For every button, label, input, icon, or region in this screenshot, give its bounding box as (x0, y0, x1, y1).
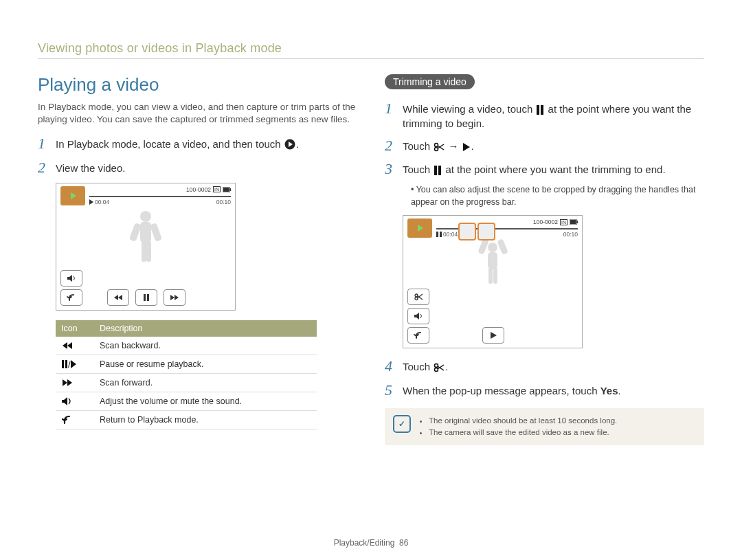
trim-screenshot: 100-0002 IN 00:04 00:10 (403, 215, 583, 348)
play-circle-icon (284, 139, 295, 150)
svg-point-42 (488, 243, 497, 252)
svg-rect-15 (144, 294, 146, 301)
text-fragment: . (618, 385, 621, 396)
svg-marker-18 (175, 295, 179, 300)
battery-icon (223, 187, 231, 192)
svg-marker-53 (491, 332, 497, 339)
footer-section: Playback/Editing (334, 538, 395, 548)
left-column: Playing a video In Playback mode, you ca… (38, 74, 357, 445)
video-thumbnail-icon (60, 186, 85, 205)
rewind-button[interactable] (107, 289, 129, 306)
svg-marker-24 (71, 360, 76, 368)
note-badge-icon: ✓ (393, 415, 411, 433)
file-number: 100-0002 (186, 186, 211, 193)
silhouette-graphic (56, 207, 235, 269)
trimming-heading-pill: Trimming a video (385, 74, 475, 89)
text-fragment: at the point where you want the trimming… (445, 164, 665, 175)
svg-rect-35 (434, 166, 437, 175)
step-4: 4 Touch . (385, 358, 704, 374)
step-text: Touch at the point where you want the tr… (403, 161, 666, 177)
step-number: 4 (385, 358, 403, 374)
battery-icon (570, 219, 578, 225)
step-number: 1 (385, 100, 403, 117)
forward-icon (61, 378, 89, 388)
note-box: ✓ The original video should be at least … (385, 408, 704, 446)
memory-badge: IN (560, 219, 567, 225)
timeline[interactable]: 100-0002 IN 00:04 00:10 (89, 186, 231, 205)
rewind-icon (61, 341, 89, 350)
back-button[interactable] (407, 327, 429, 344)
step-number: 3 (385, 161, 403, 177)
svg-rect-40 (436, 232, 438, 237)
pause-icon (434, 166, 442, 175)
video-thumbnail-icon (407, 219, 432, 238)
table-row: Scan backward. (56, 337, 317, 355)
table-row: Scan forward. (56, 373, 317, 392)
svg-rect-47 (493, 267, 497, 284)
step-2: 2 Touch → . (385, 137, 704, 154)
timeline[interactable]: 100-0002 IN 00:04 00:10 (436, 219, 578, 238)
svg-marker-34 (463, 143, 470, 151)
svg-marker-20 (67, 342, 72, 349)
text-fragment: While viewing a video, touch (403, 103, 535, 115)
text-fragment: . (471, 140, 474, 152)
text-fragment: Touch (403, 164, 433, 175)
svg-rect-46 (488, 267, 493, 284)
step-number: 5 (385, 382, 403, 399)
forward-button[interactable] (164, 289, 186, 306)
total-time: 00:10 (563, 231, 578, 238)
svg-rect-3 (223, 188, 229, 192)
svg-marker-13 (114, 295, 118, 300)
step-1: 1 In Playback mode, locate a video, and … (38, 135, 357, 152)
pause-tick-icon (436, 232, 442, 237)
svg-point-55 (435, 368, 438, 372)
svg-marker-25 (63, 379, 67, 386)
elapsed-time: 00:04 (95, 199, 109, 205)
volume-button[interactable] (407, 308, 429, 324)
memory-badge: IN (213, 186, 221, 192)
volume-button[interactable] (60, 270, 82, 287)
svg-point-30 (435, 144, 438, 147)
file-number: 100-0002 (533, 219, 558, 225)
svg-rect-16 (147, 294, 149, 301)
table-header-desc: Description (94, 320, 317, 337)
cell-text: Adjust the volume or mute the sound. (94, 392, 317, 410)
svg-point-6 (140, 211, 151, 222)
svg-rect-43 (488, 252, 497, 269)
play-button[interactable] (482, 327, 504, 344)
scissors-button[interactable] (407, 289, 429, 305)
svg-rect-11 (146, 241, 151, 262)
note-item: The camera will save the edited video as… (429, 427, 617, 438)
svg-marker-19 (63, 342, 67, 349)
play-tick-icon (89, 199, 93, 205)
table-row: Return to Playback mode. (56, 410, 317, 429)
table-header-icon: Icon (56, 320, 94, 337)
back-button[interactable] (60, 289, 82, 306)
svg-point-48 (415, 294, 418, 297)
step-text: View the video. (56, 159, 125, 175)
step-5: 5 When the pop-up message appears, touch… (385, 382, 704, 399)
step-text: Touch . (403, 358, 448, 374)
yes-bold: Yes (600, 385, 618, 396)
step-number: 2 (385, 137, 403, 154)
return-icon (61, 415, 89, 425)
svg-rect-28 (537, 105, 539, 115)
svg-rect-39 (576, 221, 578, 223)
svg-rect-41 (440, 232, 442, 237)
cell-text: Scan backward. (94, 337, 317, 355)
svg-marker-14 (118, 295, 122, 300)
pause-button[interactable] (135, 289, 157, 306)
svg-rect-7 (140, 222, 151, 243)
svg-rect-21 (62, 360, 64, 368)
text-fragment: When the pop-up message appears, touch (403, 385, 600, 396)
text-fragment: In Playback mode, locate a video, and th… (56, 138, 284, 150)
elapsed-time: 00:04 (443, 231, 458, 238)
svg-marker-5 (89, 199, 93, 205)
svg-point-31 (435, 148, 438, 151)
text-fragment: . (445, 361, 448, 372)
svg-rect-8 (129, 223, 142, 242)
svg-rect-44 (477, 239, 489, 255)
svg-rect-4 (229, 188, 231, 191)
svg-point-54 (435, 364, 438, 368)
step-3: 3 Touch at the point where you want the … (385, 161, 704, 177)
